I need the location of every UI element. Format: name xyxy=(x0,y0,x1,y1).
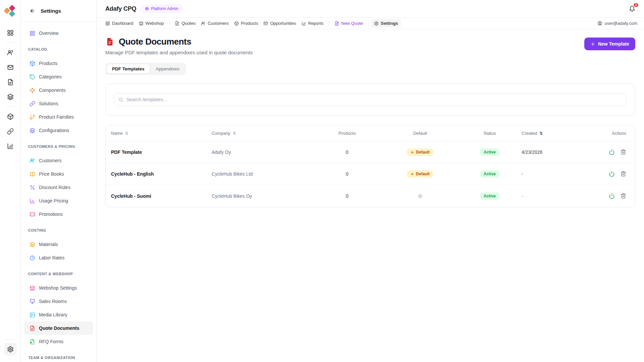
column-header-actions: Actions xyxy=(590,131,635,136)
sort-icon: ⇅ xyxy=(233,131,236,136)
sidebar-item-components[interactable]: Components xyxy=(24,83,93,97)
rail-products-icon[interactable] xyxy=(4,110,17,123)
template-name: CycleHub - Suomi xyxy=(106,193,206,199)
sidebar-item-label: Components xyxy=(39,87,65,93)
sidebar-item-discount-rules[interactable]: Discount Rules xyxy=(24,181,93,194)
table-header-row: Name⇅ Company⇅ Products Default Status C… xyxy=(106,125,635,141)
main-area: Adafy CPQ Platform Admin 1 Dashboard Web… xyxy=(97,0,644,362)
nav-dashboard[interactable]: Dashboard xyxy=(103,19,136,27)
rail-documents-icon[interactable] xyxy=(4,76,17,88)
nav-settings[interactable]: Settings xyxy=(371,19,400,27)
sidebar-nav: Overview CATALOG Products Categories Com… xyxy=(21,22,96,362)
tab-pdf-templates[interactable]: PDF Templates xyxy=(107,64,150,74)
section-label-team-organization: TEAM & ORGANIZATION xyxy=(28,356,89,360)
sidebar-item-categories[interactable]: Categories xyxy=(24,70,93,83)
rail-messages-icon[interactable] xyxy=(4,61,17,74)
sidebar-item-label: Products xyxy=(39,61,57,66)
template-products-count: 0 xyxy=(322,171,372,177)
sidebar-item-overview[interactable]: Overview xyxy=(24,26,93,40)
template-company: CycleHub Bikes Oy xyxy=(206,193,322,199)
section-label-catalog: CATALOG xyxy=(28,47,89,51)
nav-label: Products xyxy=(241,21,258,26)
nav-products[interactable]: Products xyxy=(231,19,261,27)
sidebar-item-label: Promotions xyxy=(39,212,63,217)
deactivate-button[interactable] xyxy=(609,149,615,155)
section-label-customers-pricing: CUSTOMERS & PRICING xyxy=(28,144,89,148)
nav-new-quote[interactable]: New Quote xyxy=(332,19,366,27)
back-arrow-icon[interactable] xyxy=(30,8,35,14)
nav-divider xyxy=(169,21,169,26)
section-label-content-webshop: CONTENT & WEBSHOP xyxy=(28,272,89,276)
rail-integrations-icon[interactable] xyxy=(4,125,17,138)
app-logo-icon[interactable] xyxy=(4,5,16,17)
trash-icon xyxy=(621,193,626,199)
nav-label: Opportunities xyxy=(270,21,296,26)
column-header-company[interactable]: Company⇅ xyxy=(206,131,322,136)
sidebar-item-label: Labor Rates xyxy=(39,255,64,260)
column-header-name[interactable]: Name⇅ xyxy=(106,131,206,136)
sidebar-item-label: Customers xyxy=(39,158,62,163)
nav-label: Customers xyxy=(208,21,229,26)
templates-table: Name⇅ Company⇅ Products Default Status C… xyxy=(105,125,635,207)
nav-label: Quotes xyxy=(181,21,196,26)
trash-icon xyxy=(621,149,626,155)
delete-button[interactable] xyxy=(621,149,626,155)
star-icon: ★ xyxy=(411,172,414,176)
nav-webshop[interactable]: Webshop xyxy=(136,19,167,27)
search-box xyxy=(114,93,627,106)
sidebar-item-materials[interactable]: Materials xyxy=(24,238,93,251)
rail-layers-icon[interactable] xyxy=(4,90,17,103)
nav-opportunities[interactable]: Opportunities xyxy=(261,19,299,27)
rail-customers-icon[interactable] xyxy=(4,46,17,59)
user-menu[interactable]: user@adafy.com xyxy=(597,21,638,26)
top-header: Adafy CPQ Platform Admin 1 xyxy=(97,0,644,18)
sidebar-item-usage-pricing[interactable]: Usage Pricing xyxy=(24,194,93,207)
sidebar-item-solutions[interactable]: Solutions xyxy=(24,97,93,110)
sidebar-item-label: Usage Pricing xyxy=(39,198,68,203)
template-created: - xyxy=(512,193,590,199)
new-template-button[interactable]: New Template xyxy=(584,38,635,50)
column-header-created[interactable]: Created⇅ xyxy=(512,131,590,136)
power-icon xyxy=(609,193,615,199)
sidebar-item-media-library[interactable]: Media Library xyxy=(24,308,93,321)
delete-button[interactable] xyxy=(621,193,626,199)
sidebar-item-rfq-forms[interactable]: RFQ Forms xyxy=(24,335,93,348)
new-template-label: New Template xyxy=(598,41,629,47)
column-header-products: Products xyxy=(322,131,372,136)
sidebar-item-labor-rates[interactable]: Labor Rates xyxy=(24,251,93,264)
sidebar-item-products[interactable]: Products xyxy=(24,57,93,70)
deactivate-button[interactable] xyxy=(609,193,615,199)
power-icon xyxy=(609,171,615,177)
delete-button[interactable] xyxy=(621,171,626,177)
page-content: Quote Documents Manage PDF templates and… xyxy=(97,29,644,362)
sidebar-item-label: Product Families xyxy=(39,114,74,120)
sidebar-item-label: RFQ Forms xyxy=(39,339,63,344)
set-default-star-button[interactable]: ☆ xyxy=(418,193,423,199)
rail-settings-icon[interactable] xyxy=(4,343,17,356)
sidebar-item-label: Solutions xyxy=(39,101,58,106)
sidebar-item-webshop-settings[interactable]: Webshop Settings xyxy=(24,281,93,295)
notifications-button[interactable]: 1 xyxy=(628,4,637,13)
tab-appendixes[interactable]: Appendixes xyxy=(151,64,185,74)
rail-analytics-icon[interactable] xyxy=(4,140,17,153)
sidebar-item-price-books[interactable]: Price Books xyxy=(24,167,93,181)
sidebar-item-label: Media Library xyxy=(39,312,67,317)
sidebar-item-label: Categories xyxy=(39,74,62,79)
sidebar-item-sales-rooms[interactable]: Sales Rooms xyxy=(24,295,93,308)
rail-dashboard-icon[interactable] xyxy=(4,26,17,39)
store-icon xyxy=(139,21,144,26)
sidebar-item-quote-documents[interactable]: Quote Documents xyxy=(24,321,93,335)
nav-customers[interactable]: Customers xyxy=(198,19,231,27)
sidebar-item-promotions[interactable]: Promotions xyxy=(24,207,93,221)
sidebar-item-customers[interactable]: Customers xyxy=(24,154,93,167)
sidebar-item-product-families[interactable]: Product Families xyxy=(24,110,93,124)
deactivate-button[interactable] xyxy=(609,171,615,177)
nav-quotes[interactable]: Quotes xyxy=(172,19,198,27)
search-input[interactable] xyxy=(126,97,622,102)
sidebar-item-configurations[interactable]: Configurations xyxy=(24,124,93,137)
sidebar-item-label: Materials xyxy=(39,242,58,247)
sidebar-item-label: Overview xyxy=(39,31,58,36)
nav-reports[interactable]: Reports xyxy=(299,19,326,27)
nav-label: New Quote xyxy=(341,21,363,26)
user-circle-icon xyxy=(597,21,602,26)
